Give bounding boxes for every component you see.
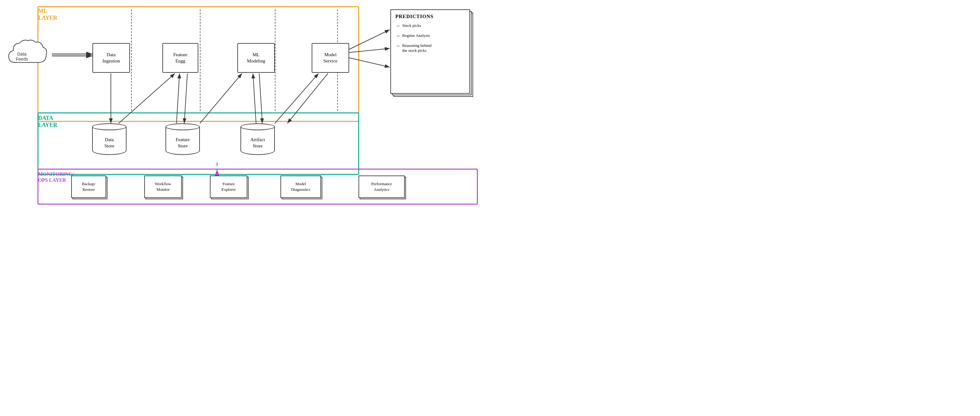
prediction-stock-picks: → Stock picks	[395, 23, 465, 29]
model-diagnostics-box[interactable]: ModelDiagnostics	[280, 175, 321, 198]
data-store-cylinder: DataStore	[92, 123, 126, 155]
feature-explorer-box[interactable]: FeatureExplorer	[210, 175, 247, 198]
predictions-title: PREDICTIONS	[395, 14, 465, 19]
ml-modeling-box: MLModeling	[237, 43, 275, 73]
data-layer-label: DATALAYER	[38, 115, 57, 128]
arrow-icon-1: →	[395, 23, 400, 29]
predictions-box: PREDICTIONS → Stock picks → Regime Analy…	[390, 10, 475, 100]
svg-text:Data: Data	[17, 51, 27, 57]
ops-layer-label: MONITORING/OPS LAYER	[38, 171, 74, 183]
feature-explorer-wrapper: FeatureExplorer	[210, 175, 247, 198]
prediction-regime-analysis: → Regime Analysis	[395, 33, 465, 39]
data-feeds-cloud: Data Feeds	[6, 37, 48, 72]
prediction-reasoning: → Reasoning behindthe stock picks	[395, 43, 465, 53]
paper-stack: PREDICTIONS → Stock picks → Regime Analy…	[390, 10, 475, 100]
model-service-box: ModelService	[312, 43, 349, 73]
arrow-icon-2: →	[395, 33, 400, 39]
data-ingestion-box: DataIngestion	[92, 43, 130, 73]
ml-layer-box	[38, 6, 359, 122]
performance-analytics-box[interactable]: PerformanceAnalytics	[358, 175, 405, 198]
artifact-store-cylinder: ArtifactStore	[240, 123, 275, 155]
svg-text:Feeds: Feeds	[16, 57, 28, 62]
diagram-container: MLLAYER DATALAYER MONITORING/OPS LAYER	[0, 0, 490, 208]
paper-front: PREDICTIONS → Stock picks → Regime Analy…	[390, 10, 470, 94]
backup-restore-box[interactable]: Backup/Restore	[71, 175, 106, 198]
workflow-monitor-box[interactable]: WorkflowMonitor	[144, 175, 182, 198]
workflow-monitor-wrapper: WorkflowMonitor	[144, 175, 182, 198]
dashed-line-3	[275, 10, 275, 111]
model-diagnostics-wrapper: ModelDiagnostics	[280, 175, 321, 198]
feature-store-cylinder: FeatureStore	[165, 123, 200, 155]
performance-analytics-wrapper: PerformanceAnalytics	[358, 175, 405, 198]
backup-restore-wrapper: Backup/Restore	[71, 175, 106, 198]
ml-layer-label: MLLAYER	[38, 8, 57, 21]
feature-engg-box: FeatureEngg	[162, 43, 198, 73]
arrow-icon-3: →	[395, 43, 400, 49]
dashed-line-2	[200, 10, 200, 111]
dashed-line-1	[131, 10, 132, 111]
